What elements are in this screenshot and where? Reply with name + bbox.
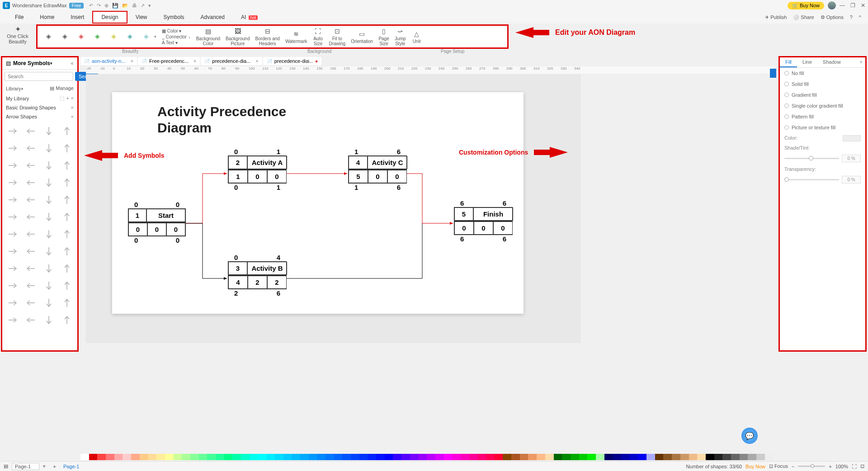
arrow-shape[interactable] <box>4 226 21 242</box>
palette-color[interactable] <box>604 454 613 460</box>
arrow-shape[interactable] <box>58 312 75 328</box>
arrow-shape[interactable] <box>40 123 57 139</box>
palette-color[interactable] <box>444 454 453 460</box>
transparency-slider[interactable] <box>784 179 839 180</box>
zoom-level[interactable]: 100% <box>835 464 848 469</box>
palette-color[interactable] <box>317 454 326 460</box>
arrow-shape[interactable] <box>40 243 57 259</box>
palette-color[interactable] <box>359 454 368 460</box>
cat-close-icon[interactable]: × <box>71 105 74 110</box>
palette-color[interactable] <box>165 454 174 460</box>
arrow-shape[interactable] <box>58 295 75 311</box>
arrow-shape[interactable] <box>4 192 21 208</box>
palette-color[interactable] <box>587 454 596 460</box>
palette-color[interactable] <box>477 454 486 460</box>
fill-option[interactable]: Single color gradient fill <box>780 100 865 111</box>
orientation[interactable]: ▭Orientation <box>348 30 376 44</box>
ribbon-connector[interactable]: ⎯ Connector ▾ <box>162 34 191 39</box>
page-tab[interactable]: Page-1 <box>63 464 79 469</box>
menu-symbols[interactable]: Symbols <box>156 12 193 23</box>
qat-more-icon[interactable]: ▾ <box>148 3 151 9</box>
palette-color[interactable] <box>520 454 528 460</box>
palette-color[interactable] <box>486 454 495 460</box>
arrow-shape[interactable] <box>22 192 39 208</box>
undo-icon[interactable]: ↶ <box>89 3 93 9</box>
palette-color[interactable] <box>300 454 309 460</box>
node-activity-a[interactable]: 01 2Activity A 100 01 <box>228 148 287 191</box>
page-dropdown-icon[interactable]: ▾ <box>43 463 46 469</box>
arrow-shape[interactable] <box>4 209 21 225</box>
add-page-button[interactable]: + <box>49 464 59 469</box>
fill-option[interactable]: No fill <box>780 68 865 79</box>
one-click-beautify[interactable]: ✦ One Click Beautify <box>2 25 33 44</box>
page-size[interactable]: ▯Page Size <box>376 27 392 46</box>
arrow-shape[interactable] <box>22 260 39 277</box>
arrow-shape[interactable] <box>22 312 39 328</box>
arrow-shape[interactable] <box>40 278 57 294</box>
arrow-shape[interactable] <box>22 209 39 225</box>
add-icon[interactable]: + <box>66 95 69 101</box>
redo-icon[interactable]: ↷ <box>97 3 101 9</box>
palette-color[interactable] <box>571 454 579 460</box>
arrow-shape[interactable] <box>4 295 21 311</box>
arrow-shape[interactable] <box>22 123 39 139</box>
new-icon[interactable]: ⊕ <box>104 3 108 9</box>
options-button[interactable]: ⚙ Options <box>821 14 844 20</box>
minimize-icon[interactable]: — <box>840 2 845 9</box>
shade-slider[interactable] <box>784 158 839 159</box>
arrow-shape[interactable] <box>40 295 57 311</box>
palette-color[interactable] <box>613 454 621 460</box>
fill-tab[interactable]: Fill <box>780 57 797 67</box>
palette-color[interactable] <box>621 454 630 460</box>
arrow-shape[interactable] <box>58 192 75 208</box>
fill-option[interactable]: Solid fill <box>780 79 865 89</box>
palette-color[interactable] <box>106 454 114 460</box>
palette-color[interactable] <box>309 454 317 460</box>
arrow-shape[interactable] <box>22 226 39 242</box>
palette-color[interactable] <box>756 454 765 460</box>
palette-color[interactable] <box>554 454 562 460</box>
collapse-panel-icon[interactable]: « <box>71 60 74 66</box>
arrow-shape[interactable] <box>4 312 21 328</box>
menu-file[interactable]: File <box>7 12 32 23</box>
palette-color[interactable] <box>537 454 545 460</box>
arrow-shape[interactable] <box>40 312 57 328</box>
buy-now-button[interactable]: 🛒 Buy Now <box>788 2 824 9</box>
palette-color[interactable] <box>452 454 461 460</box>
palette-color[interactable] <box>427 454 435 460</box>
palette-color[interactable] <box>731 454 740 460</box>
cat-close-icon[interactable]: × <box>71 114 74 119</box>
arrow-shape[interactable] <box>58 260 75 277</box>
palette-color[interactable] <box>140 454 148 460</box>
palette-color[interactable] <box>334 454 343 460</box>
palette-color[interactable] <box>511 454 520 460</box>
line-tab[interactable]: Line <box>797 57 817 67</box>
close-icon[interactable]: ✕ <box>861 2 865 9</box>
palette-color[interactable] <box>706 454 714 460</box>
arrow-shape[interactable] <box>4 243 21 259</box>
palette-color[interactable] <box>528 454 537 460</box>
doc-tab[interactable]: 📄Free-precedenc...× <box>138 57 200 65</box>
fill-option[interactable]: Gradient fill <box>780 89 865 100</box>
palette-color[interactable] <box>469 454 478 460</box>
palette-color[interactable] <box>80 454 89 460</box>
doc-tab[interactable]: 📄precedence-dia...× <box>201 57 262 65</box>
arrow-shape[interactable] <box>22 243 39 259</box>
menu-advanced[interactable]: Advanced <box>193 12 233 23</box>
arrow-shape[interactable] <box>4 123 21 139</box>
palette-color[interactable] <box>283 454 292 460</box>
arrow-shape[interactable] <box>58 140 75 156</box>
arrow-shape[interactable] <box>58 243 75 259</box>
theme-2[interactable]: ◈ <box>57 32 73 41</box>
library-label[interactable]: Library <box>6 86 21 91</box>
palette-color[interactable] <box>368 454 376 460</box>
zoom-out-icon[interactable]: − <box>792 464 794 469</box>
palette-color[interactable] <box>199 454 208 460</box>
palette-color[interactable] <box>655 454 664 460</box>
palette-color[interactable] <box>630 454 638 460</box>
palette-color[interactable] <box>351 454 359 460</box>
palette-color[interactable] <box>182 454 190 460</box>
arrow-shape[interactable] <box>40 209 57 225</box>
palette-color[interactable] <box>123 454 131 460</box>
theme-4[interactable]: ◈ <box>89 32 105 41</box>
